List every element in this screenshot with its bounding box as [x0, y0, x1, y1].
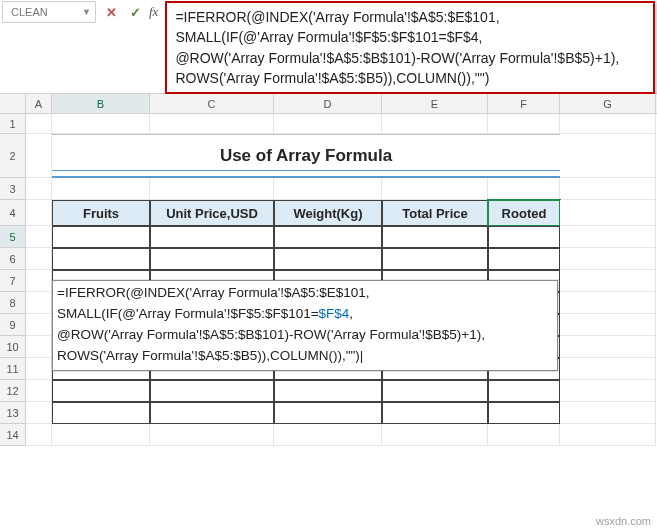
cell-editor-line: SMALL(IF(@'Array Formula'!$F$5:$F$101=$F… [57, 304, 553, 325]
cell[interactable] [560, 226, 656, 248]
cell[interactable] [150, 178, 274, 200]
cell[interactable] [52, 424, 150, 446]
row-header[interactable]: 5 [0, 226, 26, 248]
cell[interactable] [150, 114, 274, 134]
row-header[interactable]: 9 [0, 314, 26, 336]
col-header-A[interactable]: A [26, 94, 52, 113]
col-header-C[interactable]: C [150, 94, 274, 113]
cell[interactable] [560, 292, 656, 314]
row: 5 [0, 226, 657, 248]
cell[interactable] [26, 314, 52, 336]
cell[interactable] [382, 402, 488, 424]
select-all-corner[interactable] [0, 94, 26, 113]
formula-bar[interactable]: =IFERROR(@INDEX('Array Formula'!$A$5:$E$… [165, 1, 655, 94]
col-header-F[interactable]: F [488, 94, 560, 113]
cell[interactable] [488, 424, 560, 446]
cell[interactable] [274, 424, 382, 446]
cell[interactable] [560, 336, 656, 358]
col-header-D[interactable]: D [274, 94, 382, 113]
cell[interactable] [150, 424, 274, 446]
cell[interactable] [26, 248, 52, 270]
row-header[interactable]: 13 [0, 402, 26, 424]
cell[interactable] [26, 226, 52, 248]
cell-editor[interactable]: =IFERROR(@INDEX('Array Formula'!$A$5:$E$… [52, 280, 558, 371]
cell[interactable] [52, 178, 150, 200]
cell[interactable] [26, 134, 52, 178]
cell[interactable] [52, 380, 150, 402]
cancel-icon[interactable]: ✕ [101, 2, 121, 22]
cell[interactable] [52, 114, 150, 134]
cell[interactable] [382, 178, 488, 200]
cell[interactable] [150, 248, 274, 270]
cell[interactable] [26, 402, 52, 424]
cell[interactable] [488, 380, 560, 402]
fx-label[interactable]: fx [149, 4, 158, 20]
cell[interactable] [274, 402, 382, 424]
cell[interactable] [382, 226, 488, 248]
row-header[interactable]: 14 [0, 424, 26, 446]
header-total-price[interactable]: Total Price [382, 200, 488, 226]
cell[interactable] [488, 226, 560, 248]
cell[interactable] [52, 402, 150, 424]
cell[interactable] [52, 248, 150, 270]
cell[interactable] [560, 134, 656, 178]
header-unit-price[interactable]: Unit Price,USD [150, 200, 274, 226]
col-header-B[interactable]: B [52, 94, 150, 113]
col-header-G[interactable]: G [560, 94, 656, 113]
cell[interactable] [150, 402, 274, 424]
header-fruits[interactable]: Fruits [52, 200, 150, 226]
cell[interactable] [488, 114, 560, 134]
cell[interactable] [274, 248, 382, 270]
cell-B5[interactable] [52, 226, 150, 248]
cell[interactable] [382, 424, 488, 446]
header-weight[interactable]: Weight(Kg) [274, 200, 382, 226]
row-header[interactable]: 1 [0, 114, 26, 134]
cell[interactable] [26, 380, 52, 402]
cell[interactable] [560, 358, 656, 380]
cell[interactable] [26, 358, 52, 380]
cell[interactable] [26, 178, 52, 200]
row-header[interactable]: 11 [0, 358, 26, 380]
cell[interactable] [26, 424, 52, 446]
cell[interactable] [150, 226, 274, 248]
cell[interactable] [150, 380, 274, 402]
cell[interactable] [488, 248, 560, 270]
name-box[interactable]: CLEAN ▼ [2, 1, 96, 23]
cell[interactable] [274, 226, 382, 248]
row-header[interactable]: 10 [0, 336, 26, 358]
cell[interactable] [26, 292, 52, 314]
cell[interactable] [382, 380, 488, 402]
cell[interactable] [26, 270, 52, 292]
cell[interactable] [560, 178, 656, 200]
row-header[interactable]: 7 [0, 270, 26, 292]
cell[interactable] [560, 270, 656, 292]
row-header[interactable]: 2 [0, 134, 26, 178]
cell[interactable] [488, 402, 560, 424]
cell[interactable] [26, 114, 52, 134]
cell[interactable] [560, 200, 656, 226]
cell[interactable] [26, 336, 52, 358]
cell[interactable] [382, 114, 488, 134]
cell[interactable] [274, 114, 382, 134]
header-rooted[interactable]: Rooted [488, 200, 560, 226]
row-header[interactable]: 12 [0, 380, 26, 402]
cell[interactable] [560, 424, 656, 446]
col-header-E[interactable]: E [382, 94, 488, 113]
cell[interactable] [560, 248, 656, 270]
cell[interactable] [488, 178, 560, 200]
row-header[interactable]: 6 [0, 248, 26, 270]
cell[interactable] [560, 314, 656, 336]
row-header[interactable]: 4 [0, 200, 26, 226]
row-header[interactable]: 8 [0, 292, 26, 314]
title-cell[interactable]: Use of Array Formula [52, 134, 560, 178]
chevron-down-icon[interactable]: ▼ [82, 7, 91, 17]
cell[interactable] [26, 200, 52, 226]
row-header[interactable]: 3 [0, 178, 26, 200]
cell[interactable] [560, 380, 656, 402]
cell[interactable] [274, 380, 382, 402]
cell[interactable] [382, 248, 488, 270]
cell[interactable] [560, 114, 656, 134]
enter-icon[interactable]: ✓ [125, 2, 145, 22]
cell[interactable] [274, 178, 382, 200]
cell[interactable] [560, 402, 656, 424]
